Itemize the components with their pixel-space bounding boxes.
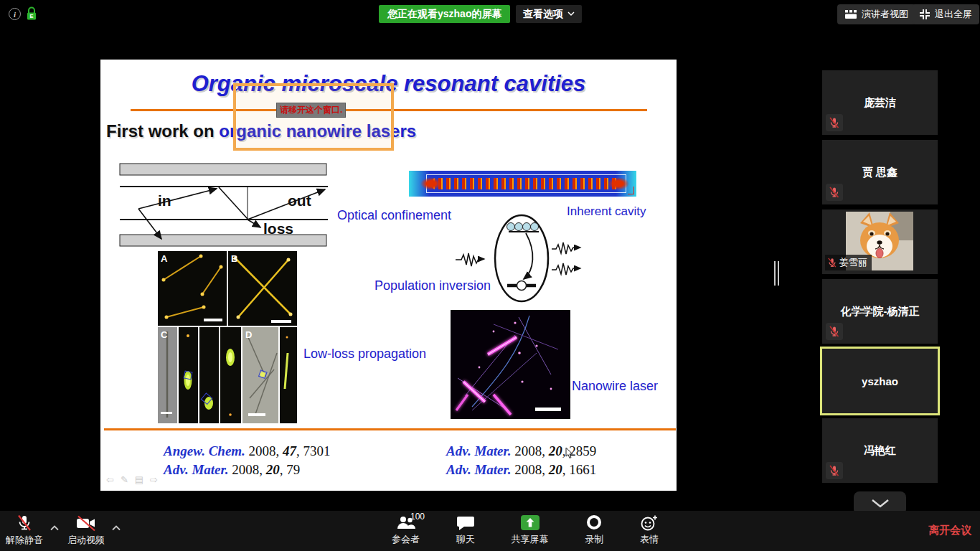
citation-year: 2008, xyxy=(245,443,283,458)
citation-year: 2008, xyxy=(512,462,549,477)
exit-fullscreen-label: 退出全屏 xyxy=(935,8,972,21)
citations-left: Angew. Chem. 2008, 47, 7301 Adv. Mater. … xyxy=(164,442,331,479)
watching-screen-text: 您正在观看yszhao的屏幕 xyxy=(387,8,501,21)
muted-mic-icon xyxy=(826,114,843,131)
encryption-lock-icon[interactable]: E xyxy=(26,6,37,24)
gallery-grid-icon xyxy=(844,9,857,19)
panel-c-label: C xyxy=(161,329,168,340)
exit-fullscreen-icon xyxy=(919,9,930,20)
panel-d-label: D xyxy=(245,329,252,340)
nanowire-laser-image xyxy=(451,310,570,419)
mouse-cursor xyxy=(565,448,574,459)
leave-meeting-button[interactable]: 离开会议 xyxy=(928,524,971,537)
pump-photon-wave xyxy=(456,253,484,266)
camera-muted-icon xyxy=(75,514,97,532)
participant-name: yszhao xyxy=(822,349,938,413)
citation-journal: Adv. Mater. xyxy=(446,443,512,458)
slide-prev-icon[interactable]: ⇦ xyxy=(106,474,114,485)
participant-strip: 庞芸洁 贾 思鑫 xyxy=(822,70,938,515)
exit-fullscreen-button[interactable]: 退出全屏 xyxy=(912,4,979,24)
unmute-label: 解除静音 xyxy=(6,534,43,547)
citation-pages: , 1661 xyxy=(562,462,597,477)
record-button[interactable]: 录制 xyxy=(585,514,603,546)
participant-tile[interactable]: 化学学院-杨清正 xyxy=(822,279,938,344)
toolbar-left-group: 解除静音 启动视频 xyxy=(6,514,129,547)
panel-a-label: A xyxy=(161,253,168,264)
waveguide-in-label: in xyxy=(158,192,171,209)
participant-tile[interactable]: 庞芸洁 xyxy=(822,70,938,135)
slideshow-nav: ⇦ ✎ ▤ ⇨ xyxy=(106,474,158,485)
participant-tile-active-speaker[interactable]: yszhao xyxy=(822,349,938,413)
mode-lobe-right xyxy=(608,177,629,190)
citation-line: Adv. Mater. 2008, 20, 1661 xyxy=(446,461,596,479)
citation-journal: Adv. Mater. xyxy=(446,462,512,477)
participant-tile[interactable]: 贾 思鑫 xyxy=(822,140,938,204)
slide-pen-icon[interactable]: ✎ xyxy=(121,474,128,485)
slide-next-icon[interactable]: ⇨ xyxy=(150,474,158,485)
muted-mic-icon xyxy=(827,258,837,268)
participants-count-badge: 100 xyxy=(410,512,425,522)
emitted-photon-wave-2 xyxy=(552,263,580,275)
start-video-button[interactable]: 启动视频 xyxy=(67,514,105,547)
record-icon xyxy=(585,514,603,532)
share-screen-label: 共享屏幕 xyxy=(512,533,549,546)
waveguide-loss-label: loss xyxy=(263,220,293,237)
chevron-down-icon xyxy=(871,499,890,508)
participant-tile[interactable]: 姜雪丽 xyxy=(822,209,938,274)
move-window-tooltip: 请移开这个窗口. xyxy=(276,103,346,118)
panel-b-label: B xyxy=(231,253,237,264)
view-options-button[interactable]: 查看选项 xyxy=(516,5,582,23)
participant-name: 姜雪丽 xyxy=(839,256,867,269)
citation-journal: Adv. Mater. xyxy=(164,462,229,477)
population-inversion-label: Population inversion xyxy=(374,278,491,293)
video-options-caret[interactable] xyxy=(112,521,121,534)
top-bar: i E 您正在观看yszhao的屏幕 查看选项 演讲者视图 退出全屏 xyxy=(0,0,980,29)
audio-options-caret[interactable] xyxy=(50,521,59,534)
view-options-label: 查看选项 xyxy=(523,8,563,21)
mode-lobe-left xyxy=(420,177,442,190)
participant-tile[interactable]: 冯艳红 xyxy=(822,418,938,483)
mode-simulation-image xyxy=(409,171,636,197)
citation-pages: , 7301 xyxy=(296,443,331,458)
meeting-info-icon[interactable]: i xyxy=(9,8,21,20)
subtitle-prefix: First work on xyxy=(106,121,219,141)
share-screen-button[interactable]: 共享屏幕 xyxy=(512,514,549,546)
reactions-label: 表情 xyxy=(640,533,659,546)
footer-rule xyxy=(104,428,676,430)
citation-line: Adv. Mater. 2008, 20, 79 xyxy=(164,461,331,479)
speaker-view-label: 演讲者视图 xyxy=(862,8,908,21)
emitted-photon-wave-1 xyxy=(552,242,580,254)
watching-screen-banner: 您正在观看yszhao的屏幕 xyxy=(379,5,510,23)
axis-mark xyxy=(628,187,634,194)
reactions-button[interactable]: 表情 xyxy=(640,514,659,546)
speaker-view-button[interactable]: 演讲者视图 xyxy=(837,4,915,24)
citation-journal: Angew. Chem. xyxy=(164,443,245,458)
citation-line: Angew. Chem. 2008, 47, 7301 xyxy=(164,442,331,461)
citation-pages: , 79 xyxy=(280,462,301,477)
meeting-toolbar: 解除静音 启动视频 100 参会者 xyxy=(0,511,980,551)
citation-volume: 20 xyxy=(549,443,562,458)
nanowire-microscopy-panel: A B C D xyxy=(158,251,297,423)
participants-button[interactable]: 100 参会者 xyxy=(392,514,420,546)
chevron-down-icon xyxy=(567,11,575,17)
encryption-letter: E xyxy=(29,13,33,19)
chat-icon xyxy=(456,514,475,532)
muted-mic-icon xyxy=(826,323,843,340)
nanowire-laser-label: Nanowire laser xyxy=(572,379,658,394)
muted-mic-icon xyxy=(826,462,843,479)
record-label: 录制 xyxy=(585,533,603,546)
chat-button[interactable]: 聊天 xyxy=(456,514,475,546)
muted-mic-icon xyxy=(826,184,843,201)
chat-label: 聊天 xyxy=(456,533,475,546)
slide-menu-icon[interactable]: ▤ xyxy=(135,474,143,485)
shared-screen-slide: Organic microscale resonant cavities Fir… xyxy=(100,60,677,491)
sidebar-resize-handle[interactable] xyxy=(774,261,779,286)
optical-confinement-label: Optical confinement xyxy=(337,208,451,223)
citation-volume: 20 xyxy=(266,462,280,477)
unmute-button[interactable]: 解除静音 xyxy=(6,514,43,547)
reactions-smiley-icon xyxy=(640,514,659,532)
share-screen-icon xyxy=(521,514,540,532)
participant-name-chip: 姜雪丽 xyxy=(825,255,872,270)
citation-volume: 47 xyxy=(283,443,296,458)
citation-year: 2008, xyxy=(512,443,549,458)
